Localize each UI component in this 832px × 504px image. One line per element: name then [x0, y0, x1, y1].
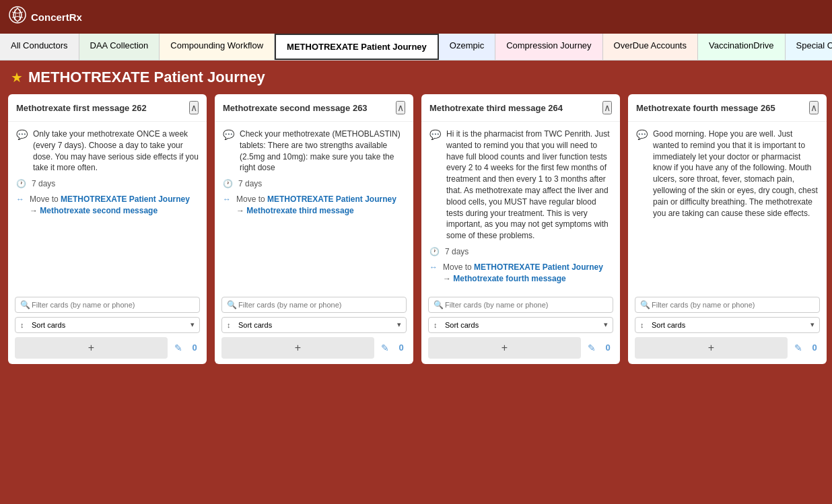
col-2-time: 🕐 7 days [223, 179, 405, 188]
col-3-filter-input[interactable] [428, 297, 613, 313]
col-1-move-text: Move to METHOTREXATE Patient Journey → M… [30, 194, 199, 217]
sort-icon-4: ↕ [640, 321, 644, 329]
clock-icon-1: 🕐 [16, 179, 26, 188]
col-1-filter-wrap: 🔍 [15, 297, 200, 313]
col-2-edit-btn[interactable]: ✎ [378, 340, 392, 356]
col-4-filter-wrap: 🔍 [635, 297, 820, 313]
star-icon: ★ [11, 69, 23, 85]
tab-methotrexate[interactable]: METHOTREXATE Patient Journey [275, 34, 439, 60]
col-3-title: Methotrexate third message 264 [429, 103, 563, 113]
col-4-actions: + ✎ 0 [635, 337, 820, 359]
col-2-actions: + ✎ 0 [221, 337, 407, 359]
move-icon-3: ↔ [429, 262, 438, 272]
col-4-title: Methotrexate fourth message 265 [636, 103, 775, 113]
tab-vaccination[interactable]: VaccinationDrive [698, 34, 786, 60]
col-3-edit-btn[interactable]: ✎ [585, 340, 598, 356]
logo[interactable]: ConcertRx [8, 5, 82, 28]
col-2-footer: 🔍 ↕ Sort cards ▾ + ✎ 0 [215, 291, 413, 364]
tab-special-orders[interactable]: Special Orders [786, 34, 832, 60]
kanban-col-3: Methotrexate third message 264 ∧ 💬 Hi it… [421, 94, 620, 364]
tab-overdue[interactable]: OverDue Accounts [603, 34, 698, 60]
col-2-message: 💬 Check your methotrexate (METHOBLASTIN)… [223, 129, 405, 174]
col-3-sort-select[interactable]: Sort cards [428, 317, 613, 333]
col-2-collapse-btn[interactable]: ∧ [396, 101, 405, 114]
col-1-days: 7 days [32, 179, 55, 188]
chat-icon-2: 💬 [223, 129, 234, 140]
page-title: METHOTREXATE Patient Journey [28, 69, 265, 86]
move-icon-1: ↔ [16, 194, 24, 204]
col-3-move-journey: METHOTREXATE Patient Journey [474, 262, 603, 272]
col-2-filter-input[interactable] [221, 297, 407, 313]
chat-icon-1: 💬 [16, 129, 28, 140]
search-icon-4: 🔍 [640, 300, 650, 310]
col-1-count: 0 [189, 343, 200, 353]
col-2-add-btn[interactable]: + [221, 337, 374, 359]
col-2-title: Methotrexate second message 263 [223, 103, 368, 113]
col-2-sort-select[interactable]: Sort cards [221, 317, 407, 333]
col-3-card-body: 💬 Hi it is the pharmacist from TWC Penri… [421, 122, 620, 291]
col-4-card-content: 💬 Good morning. Hope you are well. Just … [636, 129, 819, 219]
col-3-add-btn[interactable]: + [428, 337, 581, 359]
tab-compounding-workflow[interactable]: Compounding Workflow [160, 34, 275, 60]
tab-compression[interactable]: Compression Journey [495, 34, 602, 60]
tab-all-conductors[interactable]: All Conductors [0, 34, 79, 60]
chat-icon-4: 💬 [636, 129, 648, 140]
nav-tabs: All Conductors DAA Collection Compoundin… [0, 34, 832, 61]
tab-daa-collection[interactable]: DAA Collection [79, 34, 160, 60]
col-4-header: Methotrexate fourth message 265 ∧ [628, 94, 827, 122]
search-icon-3: 🔍 [434, 300, 444, 310]
col-2-count: 0 [396, 343, 407, 353]
app-name: ConcertRx [31, 11, 82, 23]
col-3-card-content: 💬 Hi it is the pharmacist from TWC Penri… [429, 129, 612, 285]
col-3-move-stage: Methotrexate fourth message [453, 274, 565, 283]
col-4-card-body: 💬 Good morning. Hope you are well. Just … [628, 122, 827, 291]
search-icon-2: 🔍 [227, 300, 237, 310]
tab-ozempic[interactable]: Ozempic [439, 34, 495, 60]
col-1-actions: + ✎ 0 [15, 337, 200, 359]
col-4-sort-select[interactable]: Sort cards [635, 317, 820, 333]
col-1-edit-btn[interactable]: ✎ [172, 340, 185, 356]
logo-icon [8, 5, 27, 28]
svg-point-0 [9, 7, 26, 23]
page-title-bar: ★ METHOTREXATE Patient Journey [0, 61, 832, 94]
col-1-title: Methotrexate first message 262 [16, 103, 147, 113]
col-4-sort-wrap: ↕ Sort cards ▾ [635, 317, 820, 333]
col-4-edit-btn[interactable]: ✎ [792, 340, 805, 356]
search-icon-1: 🔍 [20, 300, 30, 310]
col-1-card-body: 💬 Only take your methotrexate ONCE a wee… [8, 122, 207, 291]
col-2-days: 7 days [238, 179, 262, 188]
col-2-move: ↔ Move to METHOTREXATE Patient Journey →… [223, 194, 405, 217]
sort-icon-1: ↕ [20, 321, 24, 329]
chat-icon-3: 💬 [429, 129, 441, 140]
col-4-count: 0 [809, 343, 820, 353]
col-3-move-text: Move to METHOTREXATE Patient Journey → M… [443, 262, 612, 285]
col-2-card-content: 💬 Check your methotrexate (METHOBLASTIN)… [223, 129, 405, 217]
sort-icon-3: ↕ [434, 321, 438, 329]
col-2-message-text: Check your methotrexate (METHOBLASTIN) t… [240, 129, 405, 174]
col-1-filter-input[interactable] [15, 297, 200, 313]
app-header: ConcertRx [0, 0, 832, 34]
kanban-col-2: Methotrexate second message 263 ∧ 💬 Chec… [215, 94, 413, 364]
col-3-days: 7 days [445, 247, 469, 256]
col-1-move-stage: Methotrexate second message [40, 206, 158, 215]
col-1-collapse-btn[interactable]: ∧ [189, 101, 199, 114]
col-1-move: ↔ Move to METHOTREXATE Patient Journey →… [16, 194, 199, 217]
col-3-count: 0 [602, 343, 613, 353]
kanban-col-1: Methotrexate first message 262 ∧ 💬 Only … [8, 94, 207, 364]
move-icon-2: ↔ [223, 194, 231, 204]
col-2-move-stage: Methotrexate third message [246, 206, 353, 215]
clock-icon-2: 🕐 [223, 179, 233, 188]
col-1-move-journey: METHOTREXATE Patient Journey [61, 194, 190, 204]
kanban-col-4: Methotrexate fourth message 265 ∧ 💬 Good… [628, 94, 827, 364]
col-3-collapse-btn[interactable]: ∧ [602, 101, 612, 114]
col-4-add-btn[interactable]: + [635, 337, 788, 359]
col-4-footer: 🔍 ↕ Sort cards ▾ + ✎ 0 [628, 291, 827, 364]
col-1-add-btn[interactable]: + [15, 337, 168, 359]
col-4-filter-input[interactable] [635, 297, 820, 313]
col-4-collapse-btn[interactable]: ∧ [809, 101, 819, 114]
col-1-sort-select[interactable]: Sort cards [15, 317, 200, 333]
col-3-filter-wrap: 🔍 [428, 297, 613, 313]
col-3-message: 💬 Hi it is the pharmacist from TWC Penri… [429, 129, 612, 242]
col-1-footer: 🔍 ↕ Sort cards ▾ + ✎ 0 [8, 291, 207, 364]
col-4-message: 💬 Good morning. Hope you are well. Just … [636, 129, 819, 219]
